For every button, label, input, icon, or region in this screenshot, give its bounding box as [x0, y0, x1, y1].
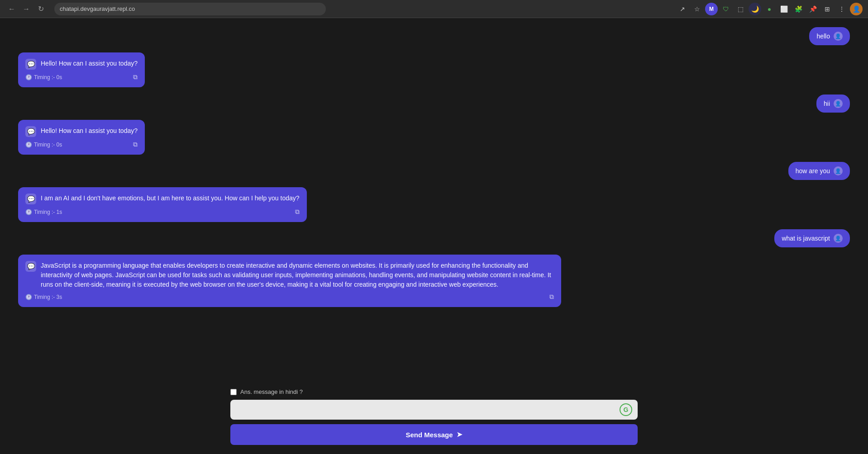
user-text-4: what is javascript	[782, 235, 830, 242]
message-row-user-2: hii 👤	[18, 95, 850, 113]
bot-icon-4: 💬	[25, 261, 36, 272]
copy-icon-2[interactable]: ⧉	[133, 141, 138, 148]
message-row-user-3: how are you 👤	[18, 162, 850, 180]
bot-bubble-2: 💬 Hello! How can I assist you today? 🕐 T…	[18, 120, 145, 155]
user-icon-3: 👤	[835, 168, 841, 174]
message-row-bot-1: 💬 Hello! How can I assist you today? 🕐 T…	[18, 52, 850, 87]
user-avatar-4: 👤	[834, 234, 843, 243]
back-button[interactable]: ←	[5, 3, 18, 15]
user-bubble-2: hii 👤	[816, 95, 850, 113]
chat-container: hello 👤 💬 Hello! How can I assist you to…	[0, 18, 868, 383]
url-text: chatapi.devgauravjatt.repl.co	[60, 5, 135, 12]
share-icon[interactable]: ↗	[676, 3, 689, 15]
browser-toolbar: ↗ ☆ M 🛡 ⬚ 🌙 ● ⬜ 🧩 📌 ⊞ ⋮ 👤	[676, 3, 863, 15]
hindi-checkbox[interactable]	[230, 389, 237, 395]
bot-bubble-4: 💬 JavaScript is a programming language t…	[18, 255, 561, 307]
pin-icon[interactable]: 📌	[806, 3, 819, 15]
copy-icon-1[interactable]: ⧉	[133, 73, 138, 81]
clock-icon-2: 🕐	[25, 142, 32, 148]
clock-icon-4: 🕐	[25, 294, 32, 300]
bot-text-1: Hello! How can I assist you today?	[41, 59, 138, 68]
message-input-row: G	[230, 400, 638, 420]
extension-icon-6[interactable]: ⬜	[777, 3, 790, 15]
bot-bubble-3: 💬 I am an AI and I don't have emotions, …	[18, 187, 307, 222]
send-button[interactable]: Send Message ➤	[230, 424, 638, 445]
puzzle-icon[interactable]: 🧩	[792, 3, 805, 15]
nav-buttons: ← → ↻	[5, 3, 47, 15]
bot-footer-4: 🕐 Timing :- 3s ⧉	[25, 293, 554, 301]
message-row-bot-4: 💬 JavaScript is a programming language t…	[18, 255, 850, 307]
layout-icon[interactable]: ⊞	[821, 3, 834, 15]
clock-icon-3: 🕐	[25, 209, 32, 215]
user-icon-4: 👤	[835, 236, 841, 241]
g-button[interactable]: G	[620, 403, 632, 416]
forward-button[interactable]: →	[20, 3, 33, 15]
user-avatar-2: 👤	[834, 99, 843, 108]
user-bubble-4: what is javascript 👤	[774, 229, 850, 247]
timing-text-4: Timing :- 3s	[34, 294, 62, 300]
message-row-user-4: what is javascript 👤	[18, 229, 850, 247]
reload-button[interactable]: ↻	[34, 3, 47, 15]
message-row-user-1: hello 👤	[18, 27, 850, 45]
copy-icon-3[interactable]: ⧉	[295, 208, 300, 216]
bot-text-3: I am an AI and I don't have emotions, bu…	[41, 194, 300, 203]
extension-icon-5[interactable]: ●	[763, 3, 776, 15]
timing-text-1: Timing :- 0s	[34, 74, 62, 80]
bot-text-2: Hello! How can I assist you today?	[41, 126, 138, 136]
user-text-3: how are you	[796, 167, 830, 175]
bot-icon-3: 💬	[25, 194, 36, 204]
star-icon[interactable]: ☆	[691, 3, 703, 15]
bottom-area: Ans. message in hindi ? G Send Message ➤	[0, 383, 868, 454]
bot-footer-3: 🕐 Timing :- 1s ⧉	[25, 208, 300, 216]
extension-icon-4[interactable]: 🌙	[749, 3, 761, 15]
copy-icon-4[interactable]: ⧉	[549, 293, 554, 301]
message-row-bot-2: 💬 Hello! How can I assist you today? 🕐 T…	[18, 120, 850, 155]
bot-bubble-header-3: 💬 I am an AI and I don't have emotions, …	[25, 194, 300, 204]
bot-icon-1: 💬	[25, 59, 36, 70]
timing-text-3: Timing :- 1s	[34, 209, 62, 215]
hindi-checkbox-row: Ans. message in hindi ?	[230, 388, 638, 395]
profile-icon[interactable]: 👤	[850, 3, 863, 15]
message-input[interactable]	[236, 406, 620, 413]
clock-icon-1: 🕐	[25, 74, 32, 80]
bot-footer-2: 🕐 Timing :- 0s ⧉	[25, 141, 138, 148]
user-avatar-3: 👤	[834, 166, 843, 175]
user-avatar-1: 👤	[834, 32, 843, 41]
extension-icon-3[interactable]: ⬚	[734, 3, 747, 15]
user-bubble-1: hello 👤	[809, 27, 850, 45]
bot-bubble-header-4: 💬 JavaScript is a programming language t…	[25, 261, 554, 289]
menu-icon[interactable]: ⋮	[835, 3, 848, 15]
user-text-1: hello	[816, 33, 830, 40]
extension-icon-1[interactable]: M	[705, 3, 718, 15]
send-icon: ➤	[457, 430, 463, 439]
bot-icon-2: 💬	[25, 126, 36, 137]
bot-bubble-header-2: 💬 Hello! How can I assist you today?	[25, 126, 138, 137]
timing-label-4: 🕐 Timing :- 3s	[25, 294, 62, 300]
send-button-label: Send Message	[405, 431, 453, 439]
bot-text-4: JavaScript is a programming language tha…	[41, 261, 554, 289]
user-text-2: hii	[824, 100, 830, 107]
timing-label-3: 🕐 Timing :- 1s	[25, 209, 62, 215]
extension-icon-2[interactable]: 🛡	[720, 3, 732, 15]
bot-bubble-1: 💬 Hello! How can I assist you today? 🕐 T…	[18, 52, 145, 87]
bot-footer-1: 🕐 Timing :- 0s ⧉	[25, 73, 138, 81]
address-bar[interactable]: chatapi.devgauravjatt.repl.co	[54, 3, 326, 15]
bottom-wrapper: Ans. message in hindi ? G Send Message ➤	[230, 388, 638, 445]
hindi-label: Ans. message in hindi ?	[240, 388, 303, 395]
bot-bubble-header-1: 💬 Hello! How can I assist you today?	[25, 59, 138, 70]
timing-label-1: 🕐 Timing :- 0s	[25, 74, 62, 80]
user-icon-2: 👤	[835, 101, 841, 107]
user-icon-1: 👤	[835, 33, 841, 39]
user-bubble-3: how are you 👤	[788, 162, 850, 180]
browser-chrome: ← → ↻ chatapi.devgauravjatt.repl.co ↗ ☆ …	[0, 0, 868, 18]
timing-text-2: Timing :- 0s	[34, 142, 62, 148]
timing-label-2: 🕐 Timing :- 0s	[25, 142, 62, 148]
message-row-bot-3: 💬 I am an AI and I don't have emotions, …	[18, 187, 850, 222]
